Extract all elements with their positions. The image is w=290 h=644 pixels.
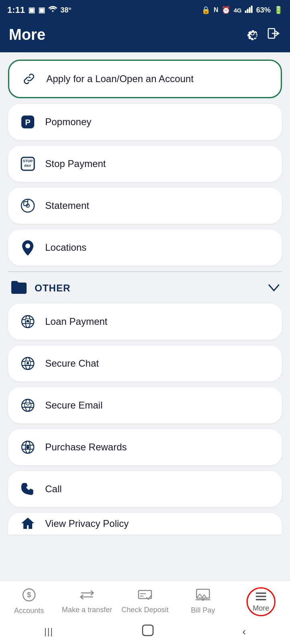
svg-rect-2	[249, 7, 251, 13]
stop-payment-button[interactable]: STOP PAY Stop Payment	[8, 146, 282, 182]
globe-lock-icon	[19, 312, 37, 331]
check-deposit-nav-label: Check Deposit	[121, 606, 168, 614]
folder-icon	[10, 279, 27, 297]
logout-button[interactable]	[267, 26, 281, 43]
secure-email-label: Secure Email	[45, 400, 103, 411]
apply-loan-label: Apply for a Loan/Open an Account	[46, 73, 194, 85]
menu-hamburger-icon	[255, 590, 267, 604]
sim1-icon: ▣	[28, 6, 35, 14]
content-area: Apply for a Loan/Open an Account P Popmo…	[0, 52, 290, 580]
status-time: 1:11	[7, 5, 25, 15]
nav-transfer-button[interactable]: Make a transfer	[58, 589, 116, 614]
other-section-header: OTHER	[8, 279, 282, 297]
locations-button[interactable]: Locations	[8, 229, 282, 266]
secure-chat-icon	[19, 354, 37, 373]
loan-payment-label: Loan Payment	[45, 316, 108, 327]
svg-text:P: P	[25, 118, 30, 127]
bill-pay-nav-label: Bill Pay	[191, 606, 215, 615]
header-icons	[246, 26, 281, 43]
popmoney-button[interactable]: P Popmoney	[8, 104, 282, 140]
sim2-icon: ▣	[38, 6, 45, 14]
home-icon	[19, 514, 37, 533]
statement-label: Statement	[45, 200, 89, 211]
phone-icon	[19, 480, 37, 498]
svg-text:STOP: STOP	[23, 159, 33, 163]
svg-rect-45	[256, 596, 266, 597]
bottom-nav: $ Accounts Make a transfer Check Deposit	[0, 580, 290, 621]
bill-pay-icon	[196, 588, 210, 604]
header: More	[0, 20, 290, 52]
stop-pay-icon: STOP PAY	[19, 155, 37, 173]
back-button-icon[interactable]: ‹	[242, 625, 246, 638]
battery-icon: 🔋	[274, 6, 283, 14]
purchase-rewards-button[interactable]: Purchase Rewards	[8, 429, 282, 465]
other-section-left: OTHER	[10, 279, 70, 297]
accounts-nav-label: Accounts	[14, 607, 44, 615]
svg-text:PAY: PAY	[24, 164, 31, 168]
privacy-policy-button[interactable]: View Privacy Policy	[8, 513, 282, 535]
secure-email-button[interactable]: Secure Email	[8, 387, 282, 423]
system-nav-bar: ||| ‹	[0, 621, 290, 644]
locations-label: Locations	[45, 242, 87, 253]
stop-payment-label: Stop Payment	[45, 158, 106, 169]
link-icon	[20, 70, 38, 88]
lock-icon: 🔒	[201, 6, 210, 14]
purchase-rewards-label: Purchase Rewards	[45, 442, 127, 453]
loan-payment-button[interactable]: Loan Payment	[8, 303, 282, 340]
svg-rect-1	[247, 9, 249, 13]
section-divider	[8, 271, 282, 272]
svg-text:$: $	[27, 591, 31, 599]
4g-icon: 4G	[234, 7, 242, 14]
location-pin-icon	[19, 238, 37, 257]
nav-check-deposit-button[interactable]: Check Deposit	[116, 589, 174, 614]
nav-bill-pay-button[interactable]: Bill Pay	[174, 588, 232, 615]
nfc-icon: N	[213, 6, 218, 14]
purchase-rewards-icon	[19, 438, 37, 456]
more-nav-circle: More	[246, 587, 276, 616]
transfer-nav-label: Make a transfer	[62, 606, 112, 614]
call-label: Call	[45, 483, 62, 495]
status-right: 🔒 N ⏰ 4G 63% 🔋	[201, 6, 283, 15]
svg-point-26	[27, 362, 29, 364]
call-button[interactable]: Call	[8, 471, 282, 507]
nav-accounts-button[interactable]: $ Accounts	[0, 588, 58, 615]
more-nav-label: More	[253, 604, 269, 613]
apply-loan-button[interactable]: Apply for a Loan/Open an Account	[8, 60, 282, 98]
home-button-icon[interactable]	[142, 624, 154, 639]
temp-icon: 38°	[60, 6, 71, 14]
nav-more-button[interactable]: More	[232, 587, 290, 616]
settings-button[interactable]	[246, 27, 259, 43]
page-title: More	[9, 26, 46, 43]
logout-icon	[267, 26, 281, 43]
svg-rect-3	[251, 6, 253, 13]
svg-rect-0	[245, 10, 246, 13]
recent-apps-icon[interactable]: |||	[44, 626, 54, 637]
other-section-title: OTHER	[35, 283, 70, 294]
svg-rect-44	[256, 592, 266, 594]
secure-chat-button[interactable]: Secure Chat	[8, 345, 282, 382]
transfer-icon	[80, 589, 94, 604]
status-bar: 1:11 ▣ ▣ 38° 🔒 N ⏰ 4G 63% 🔋	[0, 0, 290, 20]
battery-percent: 63%	[256, 6, 271, 14]
signal-icon	[245, 6, 253, 15]
secure-email-icon	[19, 396, 37, 415]
svg-rect-47	[143, 625, 153, 636]
svg-point-36	[26, 446, 29, 449]
popmoney-icon: P	[19, 113, 37, 131]
privacy-policy-label: View Privacy Policy	[45, 518, 129, 529]
statement-icon	[19, 196, 37, 215]
secure-chat-label: Secure Chat	[45, 358, 99, 369]
svg-rect-46	[256, 599, 266, 601]
alarm-icon: ⏰	[222, 6, 230, 14]
status-left: 1:11 ▣ ▣ 38°	[7, 5, 71, 15]
svg-rect-20	[27, 320, 29, 322]
check-deposit-icon	[138, 589, 152, 604]
gear-icon	[246, 27, 259, 43]
accounts-icon: $	[22, 588, 36, 605]
wifi-icon	[48, 6, 57, 15]
svg-rect-12	[24, 202, 28, 206]
popmoney-label: Popmoney	[45, 116, 91, 128]
chevron-down-icon[interactable]	[268, 283, 280, 294]
statement-button[interactable]: Statement	[8, 188, 282, 224]
